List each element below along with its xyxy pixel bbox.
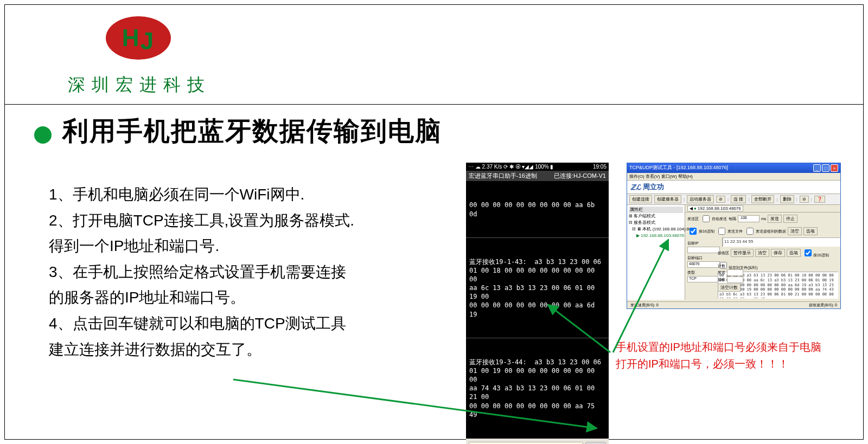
send-button[interactable]: 发送 bbox=[768, 215, 782, 223]
save-button[interactable]: 保存 bbox=[771, 249, 785, 257]
close-icon[interactable]: × bbox=[831, 164, 838, 172]
win-toolbar-button[interactable]: 创建服务器 bbox=[654, 195, 681, 203]
target-port-field[interactable]: 48076 bbox=[687, 261, 720, 268]
maximize-icon[interactable]: □ bbox=[822, 164, 829, 172]
win-toolbar-button[interactable]: ❓ bbox=[814, 196, 825, 203]
recv-count bbox=[727, 276, 743, 283]
win-brand-row: ℤℒ 周立功 bbox=[627, 181, 840, 194]
clear-count-button[interactable]: 清空计数 bbox=[718, 284, 741, 292]
step-3: 3、在手机上按照给定格式设置手机需要连接 bbox=[49, 259, 456, 285]
step-2: 2、打开电脑TCP连接工具,设置为服务器模式. bbox=[49, 208, 456, 234]
logo-badge: HJ bbox=[106, 16, 171, 60]
step-1: 1、手机和电脑必须在同一个WiFi网中. bbox=[49, 182, 456, 208]
step-4b: 建立连接并进行数据的交互了。 bbox=[49, 337, 456, 363]
win-send-textarea[interactable]: 11 22 33 44 55 bbox=[723, 237, 840, 247]
company-name: 深圳宏进科技 bbox=[68, 73, 211, 97]
win-toolbar-button[interactable]: ⊘ bbox=[716, 196, 725, 203]
win-toolbar-button[interactable]: 创建连接 bbox=[629, 195, 652, 203]
phone-data-stream: 00 00 00 00 00 00 00 00 00 aa 6b 0d 蓝牙接收… bbox=[466, 181, 609, 439]
win-active-tab[interactable]: ◀ ● 192.168.88.103:48076 bbox=[687, 205, 743, 211]
target-ip-field[interactable] bbox=[687, 247, 720, 253]
pause-button[interactable]: 暂停显示 bbox=[731, 249, 754, 257]
slide-title: 利用手机把蓝牙数据传输到电脑 bbox=[62, 114, 442, 149]
win-titlebar: TCP&UDP测试工具 - [192.168.88.103:48076] _ □… bbox=[627, 163, 840, 173]
clear-button[interactable]: 清空 bbox=[788, 227, 802, 235]
title-bullet-icon bbox=[34, 126, 52, 144]
stop-button[interactable]: 停止 bbox=[783, 215, 797, 223]
step-2b: 得到一个IP地址和端口号. bbox=[49, 233, 456, 259]
interval-input[interactable]: 100 bbox=[738, 215, 760, 222]
header-divider bbox=[4, 104, 864, 105]
slide-body: 1、手机和电脑必须在同一个WiFi网中. 2、打开电脑TCP连接工具,设置为服务… bbox=[49, 182, 456, 362]
win-toolbar-button[interactable]: 全部断开 bbox=[751, 195, 774, 203]
hex-send-checkbox[interactable] bbox=[690, 228, 697, 235]
win-toolbar-button[interactable]: 删除 bbox=[780, 195, 794, 203]
win-toolbar-button[interactable]: 连 接 bbox=[731, 195, 746, 203]
send-count bbox=[727, 269, 743, 276]
win-tab-bar: ◀ ● 192.168.88.103:48076 bbox=[685, 205, 840, 213]
options-button[interactable]: 选项 bbox=[803, 227, 818, 235]
windows-app-screenshot: TCP&UDP测试工具 - [192.168.88.103:48076] _ □… bbox=[627, 163, 841, 309]
minimize-icon[interactable]: _ bbox=[813, 164, 821, 172]
phone-app-titlebar: 宏进蓝牙串口助手-16进制已连接:HJ-COM-V1 bbox=[466, 171, 609, 181]
win-send-controls: 发送区 自动发送 每隔 100 ms 发送 停止 bbox=[685, 213, 840, 225]
clear-recv-button[interactable]: 清空 bbox=[755, 249, 769, 257]
hex-recv-checkbox[interactable] bbox=[805, 249, 812, 256]
win-tree-panel: 属性栏 ⊞ 客户端模式 ⊟ 服务器模式 ⊟ 🖥 本机 (192.168.88.1… bbox=[627, 205, 685, 300]
send-file-checkbox[interactable] bbox=[718, 228, 725, 235]
win-count-panel: 计数 发送 接收 清空计数 bbox=[718, 263, 743, 292]
win-status-bar: 发送速度(B/S): 0接收速度(B/S): 0 bbox=[627, 301, 840, 308]
phone-ip-input[interactable]: ip.192.168.88.104.8000 bbox=[469, 442, 583, 444]
win-menu-bar[interactable]: 操作(O) 查看(V) 窗口(W) 帮助(H) bbox=[627, 173, 840, 181]
win-tree-client-node[interactable]: ▶ 192.168.88.103:48076 bbox=[629, 233, 683, 239]
warning-note: 手机设置的IP地址和端口号必须来自于电脑 打开的IP和端口号，必须一致！！！ bbox=[616, 339, 844, 372]
step-4: 4、点击回车键就可以和电脑的TCP测试工具 bbox=[49, 311, 456, 337]
win-toolbar-button[interactable]: ⊘ bbox=[800, 196, 809, 203]
auto-send-checkbox[interactable] bbox=[703, 215, 710, 222]
step-3b: 的服务器的IP地址和端口号。 bbox=[49, 285, 456, 311]
phone-screenshot: ⋯ ☁ 2.37 K/s ⟳ ✱ ⦿ ▾◢◢ 100% ▮19:05 宏进蓝牙串… bbox=[466, 163, 609, 444]
echo-recv-checkbox[interactable] bbox=[746, 228, 754, 235]
phone-send-button[interactable]: 发送 bbox=[585, 442, 606, 444]
win-target-panel: 目标IP 目标端口 48076 类型 TCP bbox=[685, 237, 723, 247]
phone-status-bar: ⋯ ☁ 2.37 K/s ⟳ ✱ ⦿ ▾◢◢ 100% ▮19:05 bbox=[466, 163, 609, 171]
logo-text: HJ bbox=[122, 26, 155, 50]
type-field: TCP bbox=[687, 276, 720, 282]
recv-options-button[interactable]: 选项 bbox=[787, 249, 801, 257]
win-toolbar: 创建连接创建服务器|启动服务器⊘|连 接|全部断开|删除|⊘|❓ bbox=[627, 194, 840, 205]
logo: HJ bbox=[106, 16, 171, 60]
win-toolbar-button[interactable]: 启动服务器 bbox=[687, 195, 714, 203]
phone-input-row: ip.192.168.88.104.8000 发送 bbox=[466, 439, 609, 444]
